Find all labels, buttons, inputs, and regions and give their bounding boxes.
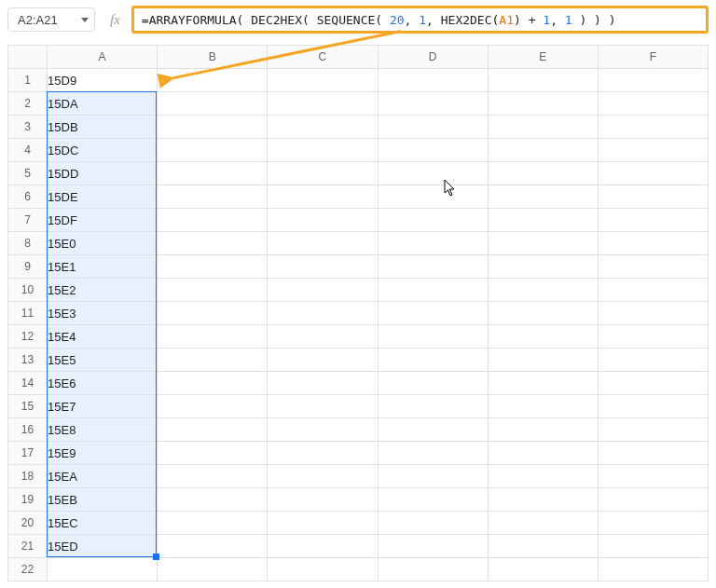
cell-E21[interactable]	[488, 535, 598, 558]
cell-C3[interactable]	[268, 116, 378, 139]
cell-D3[interactable]	[378, 116, 488, 139]
cell-B20[interactable]	[158, 512, 268, 535]
cell-F5[interactable]	[598, 162, 708, 185]
cell-E22[interactable]	[488, 558, 598, 581]
cell-E3[interactable]	[488, 116, 598, 139]
cell-F19[interactable]	[598, 488, 708, 512]
cell-D6[interactable]	[378, 185, 488, 209]
cell-A16[interactable]: 15E8	[48, 418, 158, 442]
row-header-17[interactable]: 17	[8, 442, 48, 465]
select-all-corner[interactable]	[8, 46, 48, 69]
cell-E2[interactable]	[488, 92, 598, 116]
cell-F22[interactable]	[598, 558, 708, 581]
cell-B18[interactable]	[158, 465, 268, 488]
row-header-6[interactable]: 6	[8, 185, 48, 209]
cell-D8[interactable]	[378, 232, 488, 255]
cell-A6[interactable]: 15DE	[48, 185, 158, 209]
cell-C17[interactable]	[268, 442, 378, 465]
cell-A12[interactable]: 15E4	[48, 325, 158, 349]
row-header-9[interactable]: 9	[8, 255, 48, 279]
row-header-14[interactable]: 14	[8, 372, 48, 395]
cell-A8[interactable]: 15E0	[48, 232, 158, 255]
cell-D22[interactable]	[378, 558, 488, 581]
cell-A10[interactable]: 15E2	[48, 279, 158, 302]
cell-A11[interactable]: 15E3	[48, 302, 158, 325]
cell-A3[interactable]: 15DB	[48, 116, 158, 139]
cell-B4[interactable]	[158, 139, 268, 162]
cell-D4[interactable]	[378, 139, 488, 162]
cell-A22[interactable]	[48, 558, 158, 581]
row-header-4[interactable]: 4	[8, 139, 48, 162]
cell-A20[interactable]: 15EC	[48, 512, 158, 535]
cell-A7[interactable]: 15DF	[48, 209, 158, 232]
cell-C22[interactable]	[268, 558, 378, 581]
cell-B13[interactable]	[158, 349, 268, 372]
cell-C1[interactable]	[268, 69, 378, 92]
cell-D9[interactable]	[378, 255, 488, 279]
cell-A19[interactable]: 15EB	[48, 488, 158, 512]
cell-A14[interactable]: 15E6	[48, 372, 158, 395]
row-header-12[interactable]: 12	[8, 325, 48, 349]
cell-F6[interactable]	[598, 185, 708, 209]
cell-A17[interactable]: 15E9	[48, 442, 158, 465]
cell-F13[interactable]	[598, 349, 708, 372]
column-header-E[interactable]: E	[488, 46, 598, 69]
cell-C8[interactable]	[268, 232, 378, 255]
cell-A13[interactable]: 15E5	[48, 349, 158, 372]
cell-D11[interactable]	[378, 302, 488, 325]
cell-D16[interactable]	[378, 418, 488, 442]
cell-E17[interactable]	[488, 442, 598, 465]
row-header-3[interactable]: 3	[8, 116, 48, 139]
cell-C16[interactable]	[268, 418, 378, 442]
cell-C5[interactable]	[268, 162, 378, 185]
cell-B6[interactable]	[158, 185, 268, 209]
cell-E5[interactable]	[488, 162, 598, 185]
row-header-16[interactable]: 16	[8, 418, 48, 442]
cell-E16[interactable]	[488, 418, 598, 442]
cell-B2[interactable]	[158, 92, 268, 116]
cell-A15[interactable]: 15E7	[48, 395, 158, 418]
cell-F2[interactable]	[598, 92, 708, 116]
cell-D20[interactable]	[378, 512, 488, 535]
cell-B19[interactable]	[158, 488, 268, 512]
row-header-11[interactable]: 11	[8, 302, 48, 325]
cell-F3[interactable]	[598, 116, 708, 139]
cell-D13[interactable]	[378, 349, 488, 372]
cell-B7[interactable]	[158, 209, 268, 232]
cell-D17[interactable]	[378, 442, 488, 465]
cell-F4[interactable]	[598, 139, 708, 162]
cell-C11[interactable]	[268, 302, 378, 325]
cell-D21[interactable]	[378, 535, 488, 558]
row-header-18[interactable]: 18	[8, 465, 48, 488]
cell-E11[interactable]	[488, 302, 598, 325]
cell-D19[interactable]	[378, 488, 488, 512]
cell-D12[interactable]	[378, 325, 488, 349]
cell-E13[interactable]	[488, 349, 598, 372]
cell-C13[interactable]	[268, 349, 378, 372]
row-header-19[interactable]: 19	[8, 488, 48, 512]
cell-B15[interactable]	[158, 395, 268, 418]
cell-C6[interactable]	[268, 185, 378, 209]
cell-B3[interactable]	[158, 116, 268, 139]
cell-B8[interactable]	[158, 232, 268, 255]
cell-F8[interactable]	[598, 232, 708, 255]
cell-B14[interactable]	[158, 372, 268, 395]
cell-F7[interactable]	[598, 209, 708, 232]
cell-D2[interactable]	[378, 92, 488, 116]
cell-E19[interactable]	[488, 488, 598, 512]
cell-B10[interactable]	[158, 279, 268, 302]
cell-E1[interactable]	[488, 69, 598, 92]
cell-B12[interactable]	[158, 325, 268, 349]
cell-F14[interactable]	[598, 372, 708, 395]
row-header-22[interactable]: 22	[8, 558, 48, 581]
cell-F1[interactable]	[598, 69, 708, 92]
column-header-F[interactable]: F	[598, 46, 708, 69]
cell-B22[interactable]	[158, 558, 268, 581]
row-header-13[interactable]: 13	[8, 349, 48, 372]
cell-E14[interactable]	[488, 372, 598, 395]
cell-E15[interactable]	[488, 395, 598, 418]
cell-B11[interactable]	[158, 302, 268, 325]
formula-input[interactable]: =ARRAYFORMULA( DEC2HEX( SEQUENCE( 20, 1,…	[131, 6, 709, 34]
row-header-7[interactable]: 7	[8, 209, 48, 232]
cell-C7[interactable]	[268, 209, 378, 232]
